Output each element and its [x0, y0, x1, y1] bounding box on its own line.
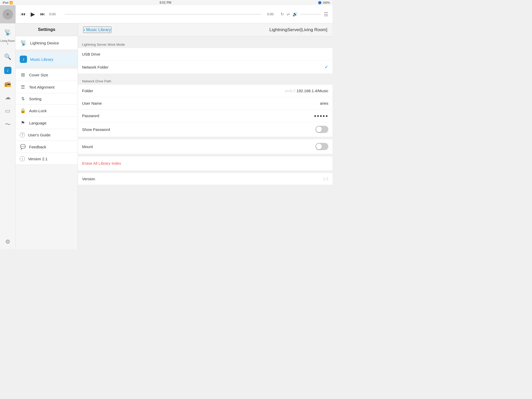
progress-bar[interactable]	[65, 14, 262, 15]
show-password-label: Show Password	[82, 127, 315, 132]
music-library-label: Music Library	[30, 57, 53, 62]
show-password-knob	[316, 127, 322, 132]
network-folder-check: ✓	[324, 64, 328, 70]
battery: 100%	[323, 1, 330, 4]
album-dot	[7, 13, 9, 15]
password-row[interactable]: Password ●●●●●	[78, 110, 332, 122]
version-key: Version	[82, 177, 323, 181]
password-value: ●●●●●	[314, 114, 328, 118]
work-mode-section: Lightning Server Work Mode USB Drive Net…	[78, 39, 332, 74]
usb-drive-label: USB Drive	[82, 52, 328, 56]
settings-gear-icon[interactable]: ⚙	[0, 238, 16, 245]
settings-panel: Settings 📡 Lightning Device ♪ Music Libr…	[16, 23, 78, 249]
cloud-icon[interactable]: ☁	[1, 91, 14, 104]
network-folder-label: Network Folder	[82, 65, 324, 69]
time: 6:01 PM	[160, 1, 171, 4]
usb-drive-row[interactable]: USB Drive	[78, 48, 332, 61]
repeat-icon[interactable]: ↻	[281, 12, 284, 17]
settings-item-cover-size[interactable]: ⊞ Cover Size	[16, 69, 78, 81]
users-guide-icon: ?	[20, 132, 25, 137]
show-password-toggle[interactable]	[315, 126, 328, 133]
album-circle	[3, 9, 13, 19]
work-mode-card: USB Drive Network Folder ✓	[78, 48, 332, 74]
settings-item-lightning-device[interactable]: 📡 Lightning Device	[16, 36, 78, 50]
mount-knob	[316, 144, 322, 149]
feedback-label: Feedback	[29, 145, 46, 149]
version-label: Version 2.1	[28, 157, 48, 161]
bluetooth-icon: 🔵	[318, 1, 322, 4]
text-alignment-label: Text Alignment	[29, 85, 55, 89]
sidebar-room[interactable]: 📡 Living Room ▾	[1, 26, 15, 45]
sorting-label: Sorting	[29, 97, 42, 101]
lightning-device-icon: 📡	[20, 39, 27, 46]
fast-forward-button[interactable]: ⏭	[39, 10, 46, 18]
mount-card: Mount	[78, 139, 332, 154]
airplay-icon[interactable]: ▭	[1, 104, 14, 117]
status-bar: iPad 📶 6:01 PM 🔵 100%	[0, 0, 332, 5]
network-folder-row[interactable]: Network Folder ✓	[78, 61, 332, 74]
settings-header: Settings	[16, 23, 78, 36]
mount-row: Mount	[78, 139, 332, 154]
album-art	[0, 5, 16, 23]
text-alignment-icon: ☰	[20, 84, 26, 90]
settings-item-music-library[interactable]: ♪ Music Library	[16, 52, 78, 66]
username-row[interactable]: User Name aries	[78, 97, 332, 110]
settings-item-users-guide[interactable]: ? User's Guide	[16, 129, 78, 141]
rewind-button[interactable]: ⏮	[20, 10, 26, 18]
username-value: aries	[320, 101, 328, 105]
back-button[interactable]: ‹ Music Library	[83, 26, 111, 33]
language-label: Language	[29, 121, 46, 125]
username-label: User Name	[82, 101, 320, 105]
folder-prefix: smb://	[285, 89, 296, 93]
version-section: Version 1.5	[78, 173, 332, 185]
version-icon: i	[20, 156, 25, 161]
room-chevron: ▾	[7, 42, 8, 45]
erase-label: Erase All Library Index	[82, 161, 121, 165]
volume-bar[interactable]	[300, 14, 321, 15]
wifi-icon: 📶	[9, 1, 13, 4]
settings-item-feedback[interactable]: 💬 Feedback	[16, 141, 78, 153]
play-button[interactable]: ▶	[30, 10, 36, 19]
status-right: 🔵 100%	[318, 1, 330, 4]
folder-value: 192.168.1.4/Music	[296, 89, 328, 93]
version-value: 1.5	[323, 177, 328, 181]
time-left: 0:00	[49, 12, 59, 16]
separator-1	[16, 50, 78, 52]
music-library-icon: ♪	[20, 56, 27, 63]
settings-item-sorting[interactable]: ⇅ Sorting	[16, 93, 78, 105]
radio-icon[interactable]: 📻	[1, 77, 14, 90]
settings-item-language[interactable]: ⚑ Language	[16, 117, 78, 129]
settings-item-auto-lock[interactable]: 🔒 Auto-Lock	[16, 105, 78, 117]
folder-label: Folder	[82, 89, 285, 93]
settings-item-version[interactable]: i Version 2.1	[16, 153, 78, 165]
show-password-row: Show Password	[78, 122, 332, 137]
folder-row[interactable]: Folder smb:// 192.168.1.4/Music	[78, 85, 332, 97]
library-icon[interactable]: ♪	[1, 64, 14, 77]
network-path-card: Folder smb:// 192.168.1.4/Music User Nam…	[78, 85, 332, 137]
settings-item-text-alignment[interactable]: ☰ Text Alignment	[16, 81, 78, 93]
icon-sidebar: 📡 Living Room ▾ 🔍 ♪ 📻 ☁ ▭ 〜 ⚙	[0, 23, 16, 249]
carrier: iPad	[3, 1, 8, 4]
menu-icon[interactable]: ☰	[324, 11, 328, 17]
mount-label: Mount	[82, 144, 315, 149]
sorting-icon: ⇅	[20, 96, 26, 101]
erase-section[interactable]: Erase All Library Index	[78, 156, 332, 170]
room-label: Living Room	[1, 39, 15, 42]
music-icon-box: ♪	[4, 67, 11, 74]
search-icon[interactable]: 🔍	[1, 50, 14, 63]
time-right: 0:00	[267, 12, 277, 16]
cover-size-label: Cover Size	[29, 73, 48, 77]
separator-2	[16, 66, 78, 69]
eq-icon[interactable]: 〜	[1, 118, 14, 131]
feedback-icon: 💬	[20, 144, 26, 150]
transport-right: ↻ ⇌ 🔊 ☰	[281, 11, 328, 17]
main-page-title: LightningServer[Living Room]	[269, 27, 327, 32]
auto-lock-label: Auto-Lock	[29, 109, 47, 113]
shuffle-icon[interactable]: ⇌	[287, 12, 290, 17]
auto-lock-icon: 🔒	[20, 108, 26, 114]
mount-toggle[interactable]	[315, 143, 328, 150]
network-path-label: Network Drive Path	[78, 76, 332, 85]
mount-section: Mount	[78, 139, 332, 154]
transport-bar: ⏮ ▶ ⏭ 0:00 0:00 ↻ ⇌ 🔊 ☰	[16, 5, 332, 23]
main-header: ‹ Music Library LightningServer[Living R…	[78, 23, 332, 36]
